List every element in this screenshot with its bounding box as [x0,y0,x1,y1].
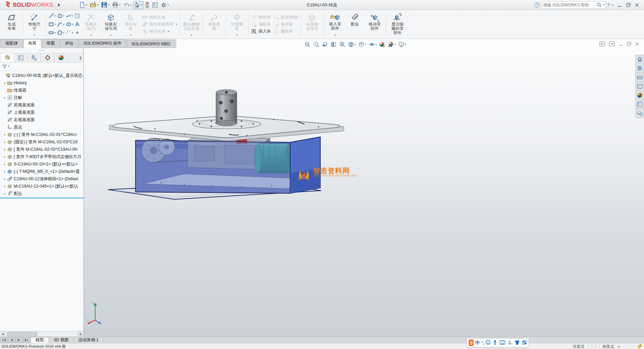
ime-punctuation-toggle[interactable]: °, [482,341,484,345]
tree-item[interactable]: 前视基准面 [0,101,84,109]
sketch-polygon-dropdown-arrow[interactable]: ▾ [63,32,64,34]
tab-motion-study-1[interactable]: 运动算例 1 [73,337,103,343]
scrollbar-left-arrow[interactable]: ◀ [0,331,6,337]
expand-arrow-icon[interactable]: ▸ [3,148,7,151]
undo-dropdown-arrow[interactable]: ▾ [130,4,131,6]
smart-dimension-dropdown-arrow[interactable]: ▾ [34,34,35,37]
taskpane-view-palette-button[interactable] [635,82,644,91]
tree-item[interactable]: 右视基准面 [0,116,84,123]
tree-item[interactable]: 原点 [0,123,84,131]
taskpane-solidworks-forum-button[interactable] [635,109,644,118]
sketch-circle-button[interactable]: ▾ [57,12,64,20]
expand-arrow-icon[interactable]: ▸ [3,155,7,158]
sketch-slot-dropdown-arrow[interactable]: ▾ [54,32,56,34]
insert-components-button[interactable]: 插入零部件▾ [325,11,344,38]
ime-toolbox-button[interactable] [522,340,527,346]
sketch-rectangle-dropdown-arrow[interactable]: ▾ [54,23,56,26]
menu-expand-arrow[interactable] [56,1,62,9]
tree-item[interactable]: ▸S-C19AU-50-10<1> (默认<<默认> [0,160,84,168]
tab-solidworks-mbd[interactable]: SOLIDWORKS MBD [127,40,175,48]
save-button[interactable]: ▾ [100,1,110,9]
tree-item[interactable]: ▸配合 [0,190,84,197]
new-document-button[interactable]: ▾ [78,1,88,9]
taskpane-file-explorer-button[interactable] [635,73,644,82]
display-style-button[interactable]: ▾ [358,41,367,48]
sketch-spline-dropdown-arrow[interactable]: ▾ [72,15,73,17]
previous-view-button[interactable] [321,41,329,48]
insert-block-button[interactable]: 插入块 [250,29,272,34]
graphics-viewport[interactable]: ▾▾▾▾▾ [84,39,644,337]
expand-arrow-icon[interactable]: ▸ [3,170,7,173]
view-settings-button[interactable]: ▾ [397,41,407,48]
search-box[interactable]: ▾ [542,1,605,9]
hide-show-items-button[interactable]: ▾ [368,41,377,48]
tab-model[interactable]: 模型 [31,337,49,343]
tree-item[interactable]: ▸[ 复件 M-C19AL-02-02^C19AU-00- [0,146,84,153]
expand-arrow-icon[interactable]: ▸ [3,140,7,144]
tree-item[interactable]: 传感器 [0,87,84,94]
sketch-point-button[interactable] [74,29,80,37]
zoom-to-area-button[interactable] [312,41,320,48]
sogou-ime-bar[interactable]: S 中 °, [467,338,529,347]
expand-arrow-icon[interactable]: ▸ [3,133,7,136]
expand-arrow-icon[interactable]: ▸ [3,81,7,85]
sketch-line-dropdown-arrow[interactable]: ▾ [54,15,56,17]
print-dropdown-arrow[interactable]: ▾ [119,4,120,6]
display-style-dropdown-arrow[interactable]: ▾ [365,43,366,46]
close-button[interactable] [633,1,641,9]
edit-appearance-button[interactable] [378,41,386,48]
sketch-arc-button[interactable]: ▾ [57,20,64,29]
status-custom-arrow[interactable]: ▲ [618,345,620,348]
smart-dimension-button[interactable]: 智能尺寸▾ [25,11,44,38]
panel-tab-configurationmanager[interactable] [28,53,41,62]
file-properties-button[interactable] [151,1,159,9]
expand-arrow-icon[interactable]: ▸ [3,185,7,188]
minimize-button[interactable] [615,1,624,9]
apply-scene-dropdown-arrow[interactable]: ▾ [394,43,396,46]
doc-restore-button[interactable] [627,42,631,47]
insert-components-dropdown-arrow[interactable]: ▾ [334,34,336,37]
tab-evaluate[interactable]: 评估 [60,39,78,48]
sketch-arc-dropdown-arrow[interactable]: ▾ [63,23,64,26]
doc-minimize-button[interactable] [619,42,623,47]
search-dropdown-arrow[interactable]: ▾ [603,4,604,6]
sketch-spline-button[interactable]: ▾ [66,12,73,20]
convert-entities-button[interactable]: 转换实体引用▾ [101,11,120,38]
tag-icon[interactable] [637,344,642,349]
tree-item[interactable]: ▸注解 [0,94,84,101]
tree-item[interactable]: ▸C19AU-00-12顶伸模组<1> (Defaul [0,175,84,183]
select-dropdown-arrow[interactable]: ▾ [141,4,142,6]
move-component-button[interactable]: 移动零部件 [365,11,384,38]
sketch-slot-button[interactable]: ▾ [48,29,56,37]
tab-solidworks-addins[interactable]: SOLIDWORKS 插件 [79,39,126,48]
sketch-line-button[interactable]: ▾ [48,12,56,20]
search-icon[interactable] [597,2,602,7]
new-document-dropdown-arrow[interactable]: ▾ [86,4,87,6]
scrollbar-right-arrow[interactable]: ▶ [78,331,84,337]
ime-language-toggle[interactable]: 中 [475,340,480,346]
tab-3d-views[interactable]: 3D 视图 [49,337,73,343]
sketch-rectangle-button[interactable]: ▾ [48,20,56,29]
tree-item[interactable]: ▸History [0,79,84,87]
ime-keyboard-button[interactable] [499,340,505,346]
filter-funnel-icon[interactable] [2,64,7,69]
taskpane-home-button[interactable] [635,55,644,64]
sketch-picture-button[interactable] [74,12,80,20]
scroll-first-button[interactable] [1,338,8,343]
tree-item[interactable]: C19AU-00-转盘 (默认<默认_显示状态-1 [0,72,84,79]
scroll-last-button[interactable] [23,338,30,343]
sketch-circle-dropdown-arrow[interactable]: ▾ [63,15,64,17]
options-button[interactable]: ▾ [160,1,170,9]
zoom-to-fit-button[interactable] [304,41,311,48]
hide-show-items-dropdown-arrow[interactable]: ▾ [375,43,377,46]
apply-scene-button[interactable]: ▾ [387,41,396,48]
print-button[interactable]: ▾ [111,1,121,9]
help-menu[interactable]: ? [607,2,610,7]
sketch-ellipse-dropdown-arrow[interactable]: ▾ [72,23,73,26]
tree-item[interactable]: 上视基准面 [0,109,84,116]
status-custom[interactable]: 自定义 [603,344,614,349]
filter-dropdown-arrow[interactable]: ▾ [8,65,9,68]
expand-arrow-icon[interactable]: ▸ [3,162,7,166]
ime-person-button[interactable] [507,340,513,346]
sketch-polygon-button[interactable]: ▾ [57,29,64,37]
